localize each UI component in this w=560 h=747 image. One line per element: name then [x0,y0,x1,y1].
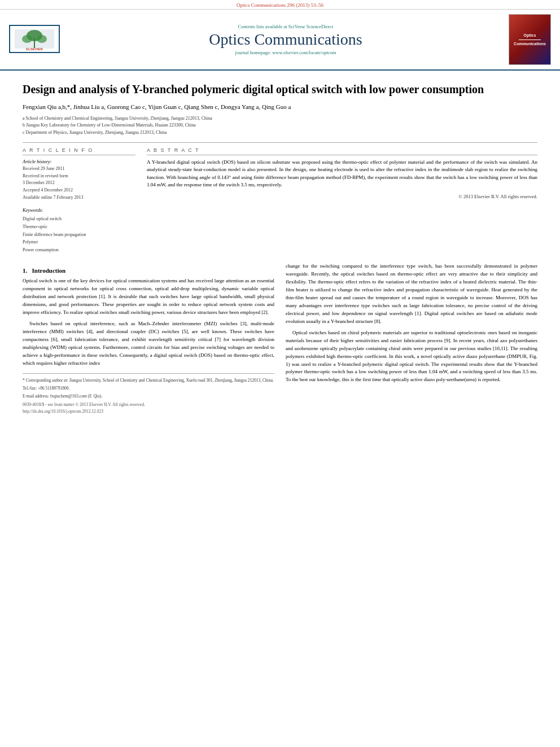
svg-text:ELSEVIER: ELSEVIER [26,47,43,51]
bottom-bar: 0030-4018/$ - see front matter © 2013 El… [23,401,274,415]
sciverse-text: Contents lists available at SciVerse Sci… [77,24,495,29]
accepted-date: Accepted 4 December 2012 [23,187,135,194]
keyword-2: Thermo-optic [23,223,135,231]
keywords-section: Keywords: Digital optical switch Thermo-… [23,206,135,254]
affiliations: a School of Chemistry and Chemical Engin… [23,115,537,137]
footnote-corresponding: * Corresponding author at: Jiangsu Unive… [23,377,274,383]
affil-c: c Department of Physics, Jiangsu Univers… [23,129,537,137]
sciverse-link-text[interactable]: SciVerse ScienceDirect [288,24,334,29]
section1-heading: Introduction [32,267,66,274]
section1-para1: Optical switch is one of the key devices… [23,277,274,317]
elsevier-tree-icon: ELSEVIER [12,27,57,51]
journal-header: ELSEVIER Contents lists available at Sci… [0,10,560,71]
abstract-text: A Y-branched digital optical switch (DOS… [147,159,537,189]
body-left-column: 1. Introduction Optical switch is one of… [23,263,274,415]
footnote-tel: Tel./fax: +86 51188791800. [23,385,274,391]
right-para1: change for the switching compared to the… [286,263,537,326]
authors-line: Fengxian Qiu a,b,*, Jinhua Liu a, Guoron… [23,102,537,112]
journal-cover-image: Optics Communications [509,14,551,65]
info-abstract-section: A R T I C L E I N F O Article history: R… [23,147,537,254]
doi-line: http://dx.doi.org/10.1016/j.optcom.2012.… [23,408,274,415]
keyword-1: Digital optical switch [23,215,135,223]
issn-line: 0030-4018/$ - see front matter © 2013 El… [23,401,274,408]
body-right-column: change for the switching compared to the… [286,263,537,415]
article-info-panel: A R T I C L E I N F O Article history: R… [23,147,135,254]
available-date: Available online 7 February 2013 [23,194,135,202]
elsevier-logo-box: ELSEVIER [9,25,60,53]
cover-line1: Optics [524,33,536,38]
homepage-text: journal homepage: www.elsevier.com/locat… [77,50,495,55]
keyword-4: Polymer [23,238,135,246]
cover-line2: Communications [514,41,546,46]
footnote-email: E-mail address: fxqiuchem@163.com (F. Qi… [23,393,274,399]
body-text-section: 1. Introduction Optical switch is one of… [23,263,537,415]
svg-point-3 [22,35,32,43]
homepage-prefix: journal homepage: [235,50,273,55]
journal-ref-text: Optics Communications 296 (2013) 53–56 [237,2,323,8]
copyright-notice: © 2013 Elsevier B.V. All rights reserved… [147,194,537,199]
section1-body: Optical switch is one of the key devices… [23,277,274,367]
received-date: Received 29 June 2011 [23,165,135,173]
journal-cover-area: Optics Communications [495,14,551,65]
sciverse-prefix: Contents lists available at [238,24,288,29]
svg-point-4 [37,35,47,43]
article-history-label: Article history: [23,159,135,164]
cover-divider [519,40,541,40]
keyword-5: Power consumption [23,246,135,254]
section1-title: 1. Introduction [23,267,274,274]
elsevier-logo: ELSEVIER [9,25,77,54]
keyword-3: Finite difference beam propagation [23,231,135,239]
journal-reference: Optics Communications 296 (2013) 53–56 [0,0,560,10]
paper-title: Design and analysis of Y-branched polyme… [23,82,537,97]
main-content: Design and analysis of Y-branched polyme… [0,71,560,426]
journal-title-area: Contents lists available at SciVerse Sci… [77,24,495,55]
publisher-logo-area: ELSEVIER [9,25,77,54]
revised-label: Received in revised form [23,173,135,180]
article-info-heading: A R T I C L E I N F O [23,147,135,155]
author-names: Fengxian Qiu a,b,*, Jinhua Liu a, Guoron… [23,103,291,110]
footnote-section: * Corresponding author at: Jiangsu Unive… [23,373,274,400]
affil-a: a School of Chemistry and Chemical Engin… [23,115,537,123]
abstract-heading: A B S T R A C T [147,147,537,155]
homepage-link[interactable]: www.elsevier.com/locate/optcom [272,50,336,55]
section1-number: 1. [23,267,27,274]
keywords-label: Keywords: [23,206,135,214]
journal-name: Optics Communications [77,30,495,49]
section1-right-body: change for the switching compared to the… [286,263,537,384]
revised-date: 3 December 2012 [23,180,135,187]
section1-para2: Switches based on optical interference, … [23,320,274,368]
right-para2: Optical switches based on chiral polymer… [286,329,537,385]
abstract-panel: A B S T R A C T A Y-branched digital opt… [147,147,537,254]
divider-line [23,142,537,143]
affil-b: b Jiangsu Key Laboratory for Chemistry o… [23,122,537,129]
